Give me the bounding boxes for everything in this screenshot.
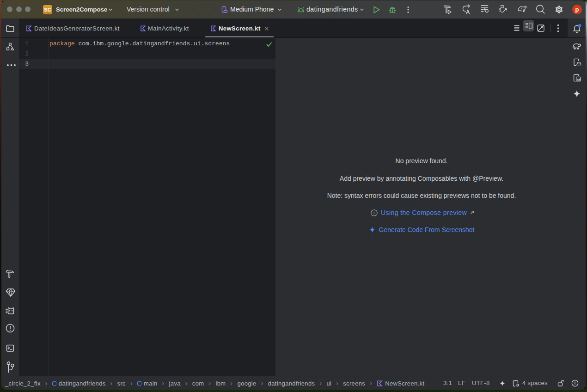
svg-text:?: ?	[373, 210, 375, 215]
